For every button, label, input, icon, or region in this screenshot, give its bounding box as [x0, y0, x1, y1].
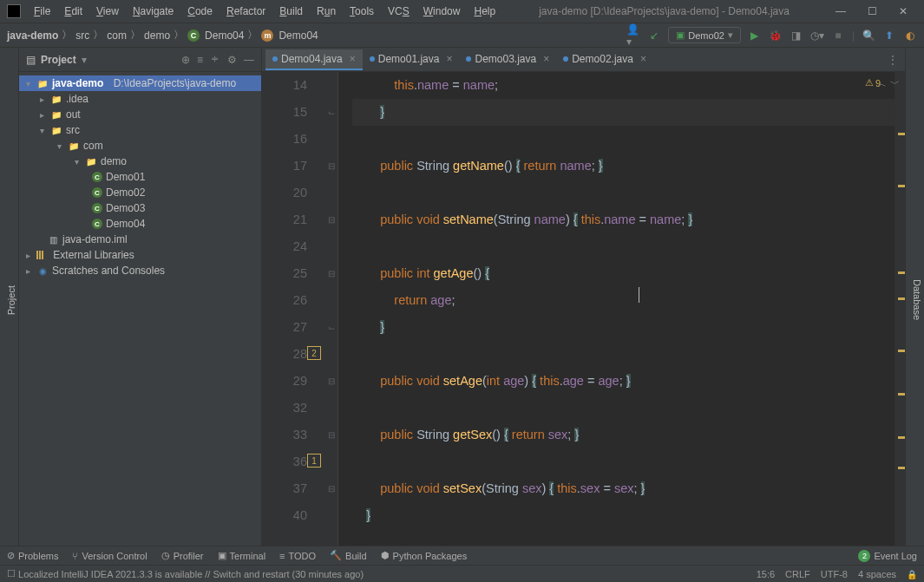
line-separator[interactable]: CRLF: [785, 569, 810, 579]
bc-method[interactable]: Demo04: [279, 29, 318, 42]
code-content[interactable]: this.name = name; } public String getNam…: [338, 72, 895, 546]
tree-scratches[interactable]: ▸◉Scratches and Consoles: [19, 263, 261, 278]
search-icon[interactable]: 🔍: [862, 29, 875, 43]
tree-out[interactable]: ▸📁out: [19, 107, 261, 122]
tab-vcs[interactable]: ⑂Version Control: [72, 551, 147, 561]
caret-position[interactable]: 15:6: [757, 569, 775, 579]
tab-terminal[interactable]: ▣Terminal: [218, 550, 266, 561]
coverage-button[interactable]: ◨: [790, 29, 803, 43]
stop-button[interactable]: ■: [831, 29, 845, 43]
tab-options[interactable]: ⋮: [881, 54, 905, 66]
tree-demo02[interactable]: CDemo02: [19, 185, 261, 200]
maximize-button[interactable]: ☐: [858, 3, 886, 20]
view-mode-dropdown[interactable]: ▾: [82, 54, 87, 66]
menu-tools[interactable]: Tools: [344, 3, 380, 19]
bottom-tool-tabs: ⊘Problems ⑂Version Control ◷Profiler ▣Te…: [0, 546, 924, 565]
tree-ext-libs[interactable]: ▸ External Libraries: [19, 247, 261, 263]
tree-com[interactable]: ▾📁com: [19, 138, 261, 154]
run-button[interactable]: ▶: [748, 29, 762, 43]
menu-refactor[interactable]: Refactor: [220, 3, 272, 19]
bc-demo[interactable]: demo: [144, 29, 170, 42]
branch-icon: ⑂: [72, 551, 78, 561]
tree-iml[interactable]: ▥java-demo.iml: [19, 232, 261, 247]
sync-icon[interactable]: ⬆: [882, 29, 896, 43]
code-area[interactable]: 141516172021242526272822932333613740 ⌙⊟⊟…: [262, 72, 905, 546]
tree-idea[interactable]: ▸📁.idea: [19, 91, 261, 107]
prev-highlight[interactable]: ︿: [877, 77, 887, 90]
menu-file[interactable]: File: [28, 3, 56, 19]
modified-icon: [563, 56, 568, 62]
build-icon: 🔨: [330, 550, 342, 561]
right-tool-strip: Database SciView: [905, 48, 924, 546]
menu-navigate[interactable]: Navigate: [127, 3, 180, 19]
tab-label: Demo02.java: [572, 53, 633, 65]
status-message[interactable]: Localized IntelliJ IDEA 2021.3.3 is avai…: [18, 569, 364, 579]
menu-vcs[interactable]: VCS: [382, 3, 416, 19]
menu-window[interactable]: Window: [417, 3, 467, 19]
profile-button[interactable]: ◷▾: [810, 29, 824, 43]
settings-icon[interactable]: ⚙: [227, 54, 237, 66]
add-user-icon[interactable]: 👤▾: [626, 29, 640, 43]
close-icon[interactable]: ×: [543, 53, 549, 65]
locate-icon[interactable]: ⊕: [181, 54, 190, 66]
tab-demo04[interactable]: Demo04.java ×: [265, 49, 363, 70]
tab-profiler[interactable]: ◷Profiler: [161, 550, 204, 561]
python-icon: ⬢: [381, 550, 390, 561]
menu-run[interactable]: Run: [311, 3, 342, 19]
panel-title[interactable]: Project: [41, 54, 76, 66]
close-icon[interactable]: ×: [350, 53, 356, 65]
minimize-button[interactable]: —: [827, 3, 855, 20]
tree-root[interactable]: ▾📁 java-demo D:\IdeaProjects\java-demo: [19, 75, 261, 91]
tree-demo03[interactable]: CDemo03: [19, 200, 261, 216]
terminal-icon: ▣: [218, 550, 226, 561]
scratch-icon: ◉: [36, 265, 49, 277]
warning-icon: ⚠: [865, 77, 874, 88]
ide-update-icon[interactable]: ◐: [903, 29, 917, 43]
class-icon: C: [92, 219, 102, 229]
bc-com[interactable]: com: [107, 29, 127, 42]
indent[interactable]: 4 spaces: [858, 569, 896, 579]
tool-database[interactable]: Database: [910, 272, 924, 327]
readonly-icon[interactable]: [907, 569, 917, 579]
close-icon[interactable]: ×: [446, 53, 452, 65]
close-button[interactable]: ✕: [889, 3, 917, 20]
tab-build[interactable]: 🔨Build: [330, 550, 366, 561]
tree-demo04[interactable]: CDemo04: [19, 216, 261, 232]
tool-project[interactable]: Project: [4, 278, 18, 322]
tree-demo01[interactable]: CDemo01: [19, 169, 261, 185]
encoding[interactable]: UTF-8: [821, 569, 848, 579]
bc-src[interactable]: src: [75, 29, 89, 42]
bc-class[interactable]: Demo04: [205, 29, 244, 42]
error-stripe[interactable]: [895, 72, 905, 546]
bc-project[interactable]: java-demo: [7, 29, 58, 42]
todo-icon: ≡: [279, 551, 285, 561]
tab-problems[interactable]: ⊘Problems: [7, 550, 58, 561]
tab-python[interactable]: ⬢Python Packages: [381, 550, 468, 561]
file-icon: ▥: [47, 233, 59, 245]
notification-icon[interactable]: ☐: [7, 568, 16, 579]
tree-root-name: java-demo: [52, 77, 103, 89]
tab-todo[interactable]: ≡TODO: [279, 551, 316, 561]
vcs-update-icon[interactable]: ↙: [647, 29, 661, 43]
debug-button[interactable]: 🐞: [769, 29, 783, 43]
hide-icon[interactable]: —: [244, 54, 254, 66]
run-config-selector[interactable]: ▣ Demo02 ▾: [668, 27, 741, 43]
next-highlight[interactable]: ﹀: [890, 77, 900, 90]
tab-demo01[interactable]: Demo01.java ×: [363, 49, 460, 70]
close-icon[interactable]: ×: [640, 53, 646, 65]
menu-code[interactable]: Code: [181, 3, 219, 19]
tab-event-log[interactable]: 2 Event Log: [858, 550, 917, 562]
class-icon: C: [92, 187, 102, 198]
menu-help[interactable]: Help: [468, 3, 501, 19]
tab-demo02[interactable]: Demo02.java ×: [556, 49, 653, 70]
menu-edit[interactable]: Edit: [58, 3, 88, 19]
menu-build[interactable]: Build: [273, 3, 309, 19]
tree-demo[interactable]: ▾📁demo: [19, 154, 261, 169]
tab-demo03[interactable]: Demo03.java ×: [459, 49, 556, 70]
expand-icon[interactable]: ≡: [197, 54, 203, 66]
collapse-icon[interactable]: ⫩: [210, 54, 220, 66]
class-icon: C: [187, 29, 200, 42]
menu-view[interactable]: View: [90, 3, 125, 19]
tab-label: Demo01.java: [378, 53, 440, 65]
tree-src[interactable]: ▾📁src: [19, 122, 261, 138]
